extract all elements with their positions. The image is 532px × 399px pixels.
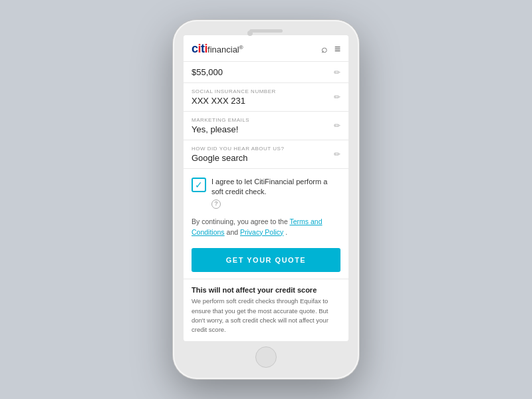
marketing-value: Yes, please! <box>192 124 340 134</box>
screen-content[interactable]: $55,000 ✏ SOCIAL INSURANCE NUMBER XXX XX… <box>184 62 348 341</box>
credit-check-label: I agree to let CitiFinancial perform a s… <box>211 177 340 209</box>
phone-speaker <box>249 29 283 33</box>
referral-value: Google search <box>192 153 340 163</box>
phone-home-button[interactable] <box>255 346 277 368</box>
app-logo: citi financial® <box>192 42 243 56</box>
edit-icon[interactable]: ✏ <box>334 121 340 130</box>
edit-icon[interactable]: ✏ <box>334 150 340 159</box>
credit-info-section: This will not affect your credit score W… <box>184 279 348 341</box>
header-icons: ⌕ ≡ <box>321 43 340 55</box>
sin-label: SOCIAL INSURANCE NUMBER <box>192 88 340 94</box>
equifax-row: EQUIFAX ® ✆ <box>192 340 340 341</box>
credit-check-section: ✓ I agree to let CitiFinancial perform a… <box>184 169 348 214</box>
credit-title: This will not affect your credit score <box>192 286 340 294</box>
referral-label: HOW DID YOU HEAR ABOUT US? <box>192 146 340 152</box>
search-icon[interactable]: ⌕ <box>321 43 328 55</box>
sin-value: XXX XXX 231 <box>192 96 340 106</box>
referral-field: HOW DID YOU HEAR ABOUT US? Google search… <box>184 140 348 169</box>
sin-field: SOCIAL INSURANCE NUMBER XXX XXX 231 ✏ <box>184 83 348 112</box>
phone-shell: citi financial® ⌕ ≡ $55,000 ✏ SOCIAL INS… <box>173 20 359 379</box>
equifax-text: EQUIFAX <box>192 340 236 341</box>
menu-icon[interactable]: ≡ <box>334 43 340 55</box>
logo-financial: financial® <box>207 45 243 55</box>
credit-description: We perform soft credit checks through Eq… <box>192 297 340 334</box>
help-icon[interactable]: ? <box>211 200 221 209</box>
terms-section: By continuing, you agree to the Terms an… <box>184 214 348 245</box>
marketing-label: MARKETING EMAILS <box>192 117 340 123</box>
app-header: citi financial® ⌕ ≡ <box>184 35 348 62</box>
get-quote-button[interactable]: GET YOUR QUOTE <box>192 248 340 272</box>
equifax-logo: EQUIFAX ® <box>192 340 239 341</box>
phone-screen: citi financial® ⌕ ≡ $55,000 ✏ SOCIAL INS… <box>184 35 348 341</box>
logo-citi: citi <box>192 42 207 56</box>
marketing-field: MARKETING EMAILS Yes, please! ✏ <box>184 112 348 140</box>
income-field: $55,000 ✏ <box>184 62 348 83</box>
terms-text: By continuing, you agree to the Terms an… <box>192 217 340 238</box>
phone-icon[interactable]: ✆ <box>332 340 340 341</box>
edit-icon[interactable]: ✏ <box>334 68 340 77</box>
credit-check-checkbox[interactable]: ✓ <box>192 178 206 192</box>
phone-camera <box>247 31 253 36</box>
checkmark-icon: ✓ <box>195 180 203 190</box>
edit-icon[interactable]: ✏ <box>334 92 340 102</box>
privacy-policy-link[interactable]: Privacy Policy <box>240 228 283 236</box>
